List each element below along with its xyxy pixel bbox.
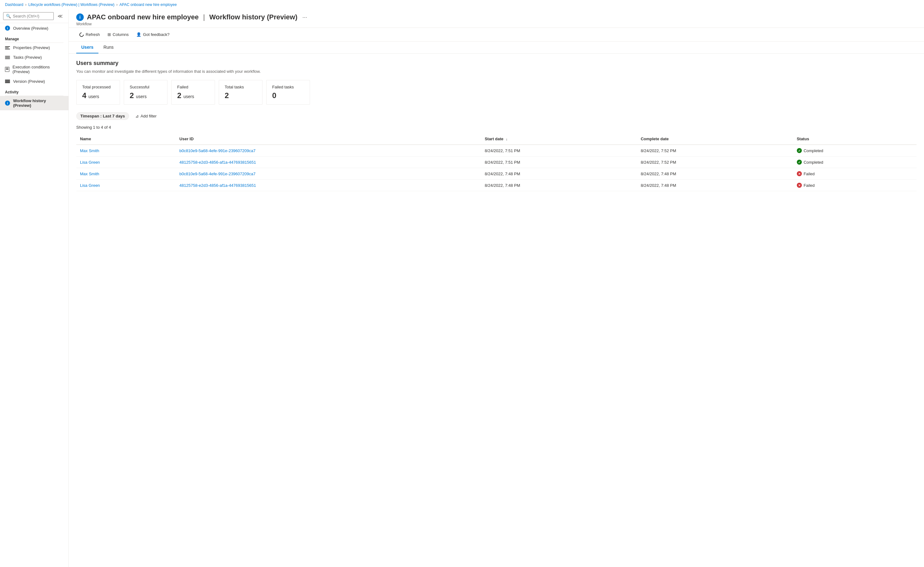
page-title: APAC onboard new hire employee | Workflo…: [87, 13, 297, 21]
start-date: 8/24/2022, 7:51 PM: [481, 145, 637, 156]
card-failed-label: Failed: [177, 85, 209, 89]
status-cell: Completed: [793, 145, 916, 156]
table-row: Lisa Green48125758-e2d3-4856-af1a-447693…: [76, 156, 916, 168]
sidebar-item-tasks[interactable]: Tasks (Preview): [0, 52, 68, 62]
tabs-container: Users Runs: [69, 42, 924, 54]
doc-icon: [5, 67, 9, 72]
search-icon: 🔍: [6, 14, 11, 18]
complete-date: 8/24/2022, 7:48 PM: [637, 180, 793, 191]
tab-runs[interactable]: Runs: [98, 42, 119, 53]
sidebar-overview-label: Overview (Preview): [13, 26, 48, 31]
card-successful-value: 2 users: [130, 91, 162, 100]
status-badge: Failed: [804, 171, 814, 176]
refresh-icon: [78, 32, 85, 38]
activity-section-label: Activity: [0, 86, 68, 96]
section-description: You can monitor and investigate the diff…: [76, 69, 916, 74]
failed-icon: [797, 183, 802, 188]
card-failed-tasks-label: Failed tasks: [272, 85, 304, 89]
complete-date: 8/24/2022, 7:52 PM: [637, 156, 793, 168]
timespan-label: Timespan :: [80, 114, 103, 118]
card-total-processed: Total processed 4 users: [76, 80, 120, 105]
sidebar-item-execution-conditions[interactable]: Execution conditions (Preview): [0, 62, 68, 76]
card-total-tasks-value: 2: [225, 91, 256, 100]
card-total-tasks: Total tasks 2: [219, 80, 262, 105]
users-table: Name User ID Start date ↓ Complete date …: [76, 134, 916, 191]
user-name-link[interactable]: Lisa Green: [80, 160, 100, 165]
sidebar-item-workflow-history[interactable]: i Workflow history (Preview): [0, 96, 68, 110]
sidebar-properties-label: Properties (Preview): [13, 45, 50, 50]
timespan-value: Last 7 days: [103, 114, 125, 118]
user-id-link[interactable]: b0c810e9-5a68-4efe-991e-239607209ca7: [179, 148, 256, 153]
user-id-link[interactable]: 48125758-e2d3-4856-af1a-447693815651: [179, 160, 256, 165]
filter-icon: ⊿: [135, 114, 139, 118]
bars-icon: [5, 46, 10, 50]
columns-icon: ⊞: [108, 32, 111, 37]
user-id-link[interactable]: b0c810e9-5a68-4efe-991e-239607209ca7: [179, 171, 256, 176]
status-badge: Completed: [804, 148, 824, 153]
status-badge: Completed: [804, 160, 824, 165]
list-icon: [5, 56, 10, 59]
user-name-link[interactable]: Max Smith: [80, 171, 99, 176]
failed-icon: [797, 171, 802, 176]
table-row: Max Smithb0c810e9-5a68-4efe-991e-2396072…: [76, 145, 916, 156]
showing-text: Showing 1 to 4 of 4: [76, 125, 916, 130]
feedback-icon: 👤: [136, 32, 141, 37]
card-successful: Successful 2 users: [124, 80, 168, 105]
sidebar-version-label: Version (Preview): [13, 79, 45, 84]
timespan-filter[interactable]: Timespan : Last 7 days: [76, 112, 129, 120]
sidebar-workflow-history-label: Workflow history (Preview): [13, 98, 63, 108]
start-date: 8/24/2022, 7:48 PM: [481, 180, 637, 191]
table-row: Max Smithb0c810e9-5a68-4efe-991e-2396072…: [76, 168, 916, 180]
toolbar: Refresh ⊞ Columns 👤 Got feedback?: [69, 28, 924, 42]
complete-date: 8/24/2022, 7:48 PM: [637, 168, 793, 180]
card-failed-value: 2 users: [177, 91, 209, 100]
user-id-link[interactable]: 48125758-e2d3-4856-af1a-447693815651: [179, 183, 256, 188]
sidebar-item-properties[interactable]: Properties (Preview): [0, 43, 68, 52]
collapse-sidebar-button[interactable]: ≪: [55, 12, 65, 20]
card-successful-label: Successful: [130, 85, 162, 89]
tab-users[interactable]: Users: [76, 42, 98, 53]
columns-button[interactable]: ⊞ Columns: [104, 30, 132, 39]
card-failed: Failed 2 users: [171, 80, 215, 105]
sidebar: 🔍 ≪ i Overview (Preview) Manage Properti…: [0, 9, 69, 567]
breadcrumb-apac[interactable]: APAC onboard new hire employee: [119, 3, 177, 7]
add-filter-label: Add filter: [141, 114, 156, 118]
card-failed-tasks: Failed tasks 0: [266, 80, 310, 105]
manage-section-label: Manage: [0, 33, 68, 42]
sidebar-execution-label: Execution conditions (Preview): [12, 64, 63, 74]
breadcrumb: Dashboard › Lifecycle workflows (Preview…: [0, 0, 924, 9]
completed-icon: [797, 148, 802, 153]
page-info-icon: i: [76, 14, 84, 21]
col-user-id: User ID: [176, 134, 481, 145]
breadcrumb-dashboard[interactable]: Dashboard: [5, 3, 23, 7]
main-content: Users summary You can monitor and invest…: [69, 54, 924, 197]
card-failed-tasks-value: 0: [272, 91, 304, 100]
sidebar-tasks-label: Tasks (Preview): [13, 55, 42, 60]
table-row: Lisa Green48125758-e2d3-4856-af1a-447693…: [76, 180, 916, 191]
user-name-link[interactable]: Max Smith: [80, 148, 99, 153]
col-complete-date: Complete date: [637, 134, 793, 145]
user-name-link[interactable]: Lisa Green: [80, 183, 100, 188]
feedback-button[interactable]: 👤 Got feedback?: [133, 30, 173, 39]
info-icon-activity: i: [5, 100, 10, 106]
add-filter-button[interactable]: ⊿ Add filter: [133, 112, 159, 120]
col-status: Status: [793, 134, 916, 145]
page-header: i APAC onboard new hire employee | Workf…: [69, 9, 924, 28]
col-start-date[interactable]: Start date ↓: [481, 134, 637, 145]
refresh-button[interactable]: Refresh: [76, 30, 103, 39]
sidebar-item-overview[interactable]: i Overview (Preview): [0, 23, 68, 33]
columns-label: Columns: [113, 32, 129, 37]
content-area: i APAC onboard new hire employee | Workf…: [69, 9, 924, 567]
status-cell: Failed: [793, 168, 916, 180]
search-input[interactable]: [13, 14, 51, 18]
feedback-label: Got feedback?: [143, 32, 170, 37]
card-total-processed-value: 4 users: [82, 91, 114, 100]
breadcrumb-lifecycle[interactable]: Lifecycle workflows (Preview) | Workflow…: [28, 3, 115, 7]
sidebar-item-version[interactable]: Version (Preview): [0, 76, 68, 86]
more-options-button[interactable]: ···: [301, 14, 309, 21]
status-badge: Failed: [804, 183, 814, 188]
start-date: 8/24/2022, 7:48 PM: [481, 168, 637, 180]
section-title: Users summary: [76, 60, 916, 66]
card-total-tasks-label: Total tasks: [225, 85, 256, 89]
filter-row: Timespan : Last 7 days ⊿ Add filter: [76, 112, 916, 120]
